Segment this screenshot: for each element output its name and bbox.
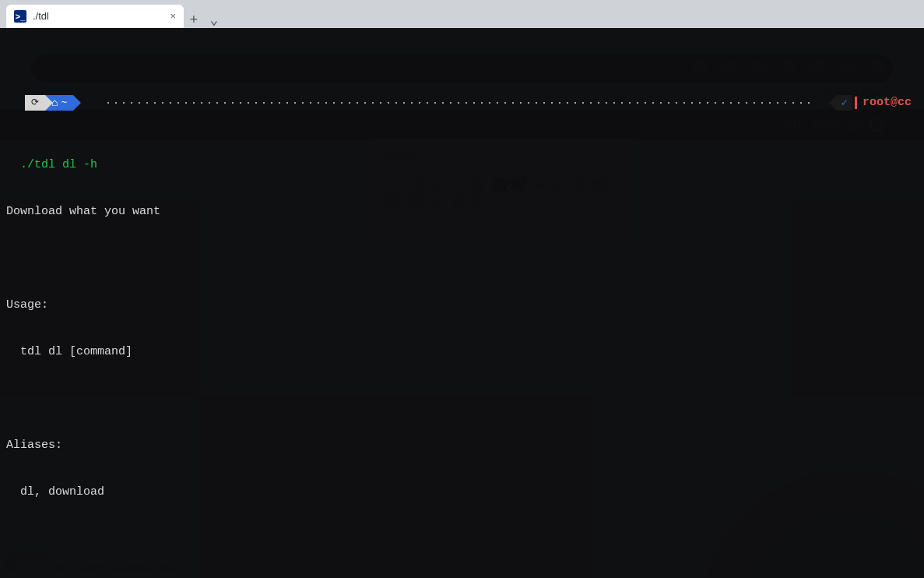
- prompt-row: ~ ✓ root@cc: [6, 95, 918, 111]
- prompt-host: root@cc: [859, 95, 915, 111]
- tab-title: ./tdl: [33, 9, 49, 24]
- tab-bar: >_ ./tdl × + ⌄: [0, 0, 924, 28]
- tab-dropdown-button[interactable]: ⌄: [204, 12, 224, 28]
- help-line: dl, download: [6, 485, 918, 500]
- powershell-icon: >_: [14, 10, 26, 23]
- terminal[interactable]: ~ ✓ root@cc ./tdl dl -h Download what yo…: [0, 28, 924, 578]
- help-line: tdl dl [command]: [6, 344, 918, 360]
- help-line: Download what you want: [6, 204, 918, 220]
- git-icon: [31, 95, 39, 111]
- status-ok-icon: ✓: [837, 95, 852, 111]
- tab-tdl[interactable]: >_ ./tdl ×: [6, 5, 184, 28]
- close-tab-button[interactable]: ×: [170, 9, 176, 24]
- help-line: Usage:: [6, 298, 918, 313]
- prompt-cwd: ~: [61, 95, 67, 111]
- help-line: Aliases:: [6, 438, 918, 453]
- new-tab-button[interactable]: +: [184, 12, 204, 28]
